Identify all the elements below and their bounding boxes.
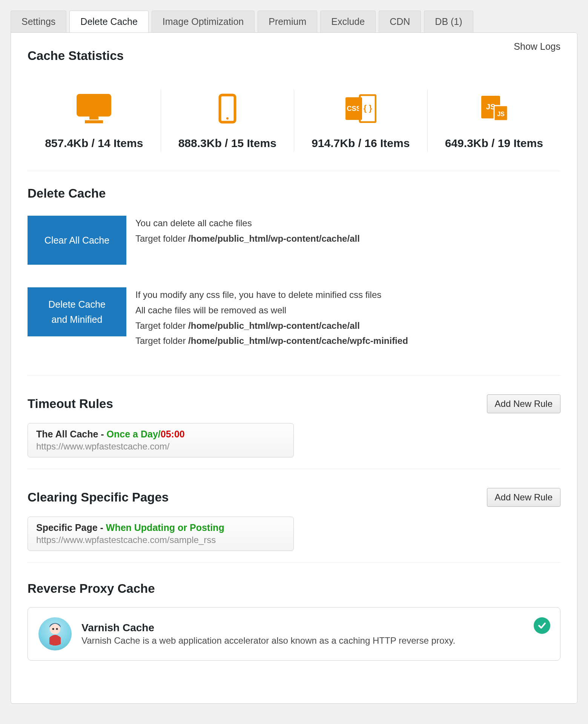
- divider: [28, 171, 560, 171]
- stat-css-value: 914.7Kb / 16 Items: [312, 137, 410, 150]
- timeout-rule-item[interactable]: The All Cache - Once a Day/05:00 https:/…: [28, 423, 294, 457]
- desktop-icon: [77, 92, 111, 126]
- mobile-icon: [218, 92, 236, 126]
- varnish-description: Varnish Cache is a web application accel…: [81, 635, 455, 646]
- delete-minified-description: If you modify any css file, you have to …: [135, 287, 408, 349]
- clear-all-row: Clear All Cache You can delete all cache…: [28, 216, 560, 265]
- delete-cache-and-minified-button[interactable]: Delete Cacheand Minified: [28, 287, 126, 336]
- timeout-rule-title: The All Cache - Once a Day/05:00: [36, 429, 285, 440]
- tab-bar: Settings Delete Cache Image Optimization…: [11, 11, 577, 32]
- delete-minified-desc-line2: All cache files will be removed as well: [135, 303, 408, 318]
- svg-point-4: [226, 117, 229, 120]
- tab-settings[interactable]: Settings: [11, 11, 66, 32]
- svg-text:{ }: { }: [364, 103, 373, 113]
- tab-db[interactable]: DB (1): [424, 11, 473, 32]
- clearing-rule-title: Specific Page - When Updating or Posting: [36, 522, 285, 533]
- tab-image-optimization[interactable]: Image Optimization: [152, 11, 255, 32]
- section-title-timeout-rules: Timeout Rules: [28, 397, 113, 411]
- add-new-rule-button-clearing[interactable]: Add New Rule: [487, 488, 560, 507]
- tab-cdn[interactable]: CDN: [379, 11, 421, 32]
- delete-minified-desc-line1: If you modify any css file, you have to …: [135, 287, 408, 303]
- stat-js-value: 649.3Kb / 19 Items: [445, 137, 543, 150]
- clearing-rule-item[interactable]: Specific Page - When Updating or Posting…: [28, 517, 294, 551]
- stat-mobile: 888.3Kb / 15 Items: [161, 89, 295, 152]
- clear-all-desc-line1: You can delete all cache files: [135, 216, 360, 231]
- add-new-rule-button-timeout[interactable]: Add New Rule: [487, 394, 560, 413]
- svg-text:CSS: CSS: [347, 105, 361, 112]
- stat-css: CSS { } 914.7Kb / 16 Items: [294, 89, 428, 152]
- clearing-pages-header: Clearing Specific Pages Add New Rule: [28, 488, 560, 507]
- svg-rect-0: [78, 95, 110, 115]
- stat-desktop: 857.4Kb / 14 Items: [28, 89, 161, 152]
- stat-mobile-value: 888.3Kb / 15 Items: [178, 137, 276, 150]
- tab-delete-cache[interactable]: Delete Cache: [69, 11, 148, 32]
- divider: [28, 469, 560, 469]
- check-circle-icon: [534, 617, 550, 634]
- section-title-cache-statistics: Cache Statistics: [28, 49, 560, 63]
- svg-point-14: [52, 628, 54, 630]
- delete-minified-desc-path1: Target folder /home/public_html/wp-conte…: [135, 318, 408, 334]
- clear-all-cache-button[interactable]: Clear All Cache: [28, 216, 126, 265]
- clearing-rule-url: https://www.wpfastestcache.com/sample_rs…: [36, 535, 285, 545]
- varnish-avatar-icon: [38, 617, 72, 650]
- tab-premium[interactable]: Premium: [258, 11, 317, 32]
- svg-rect-1: [89, 117, 98, 120]
- varnish-text: Varnish Cache Varnish Cache is a web app…: [81, 622, 455, 646]
- svg-text:JS: JS: [497, 111, 505, 117]
- section-title-reverse-proxy: Reverse Proxy Cache: [28, 581, 560, 596]
- delete-minified-row: Delete Cacheand Minified If you modify a…: [28, 287, 560, 349]
- section-title-delete-cache: Delete Cache: [28, 186, 560, 201]
- tab-exclude[interactable]: Exclude: [320, 11, 376, 32]
- tab-panel-delete-cache: Show Logs Cache Statistics 857.4Kb / 14 …: [11, 32, 577, 704]
- divider: [28, 562, 560, 563]
- varnish-cache-card[interactable]: Varnish Cache Varnish Cache is a web app…: [28, 607, 560, 661]
- svg-rect-2: [85, 120, 103, 123]
- clear-all-desc-path: Target folder /home/public_html/wp-conte…: [135, 231, 360, 247]
- divider: [28, 375, 560, 376]
- varnish-name: Varnish Cache: [81, 622, 455, 634]
- stat-desktop-value: 857.4Kb / 14 Items: [45, 137, 143, 150]
- svg-point-15: [56, 628, 58, 630]
- section-title-clearing-pages: Clearing Specific Pages: [28, 490, 169, 505]
- js-icon: JS JS: [479, 92, 509, 126]
- delete-minified-desc-path2: Target folder /home/public_html/wp-conte…: [135, 333, 408, 349]
- show-logs-link[interactable]: Show Logs: [514, 41, 560, 52]
- timeout-rules-header: Timeout Rules Add New Rule: [28, 394, 560, 413]
- timeout-rule-url: https://www.wpfastestcache.com/: [36, 441, 285, 452]
- stat-js: JS JS 649.3Kb / 19 Items: [428, 89, 561, 152]
- clear-all-description: You can delete all cache files Target fo…: [135, 216, 360, 247]
- css-icon: CSS { }: [345, 92, 376, 126]
- cache-stats-row: 857.4Kb / 14 Items 888.3Kb / 15 Items CS…: [28, 89, 560, 152]
